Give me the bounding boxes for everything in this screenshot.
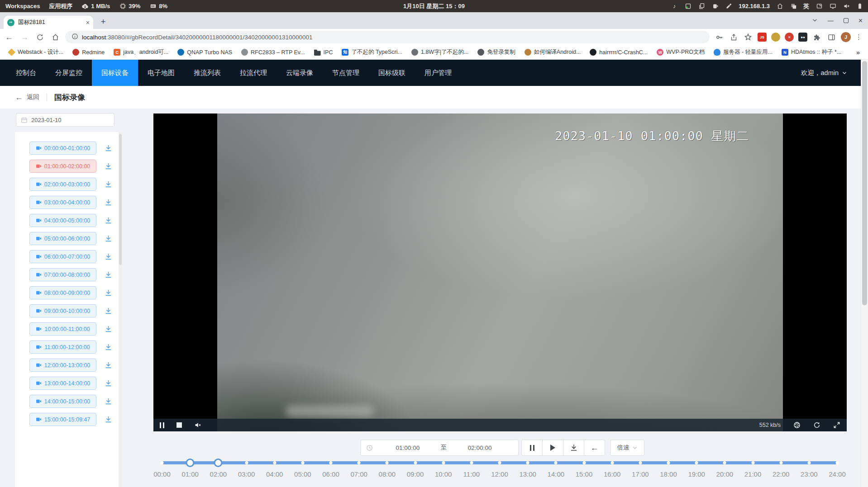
bookmark-item[interactable]: Redmine (69, 47, 108, 57)
workspaces-button[interactable]: Workspaces (5, 3, 40, 9)
record-download-button[interactable] (105, 253, 112, 260)
bookmark-item[interactable]: Webstack - 设计... (5, 47, 67, 57)
player-mute-icon[interactable] (194, 421, 201, 429)
record-download-button[interactable] (105, 271, 112, 279)
record-segment-button[interactable]: 08:00:00-09:00:00 (29, 286, 96, 299)
record-segment-button[interactable]: 09:00:00-10:00:00 (29, 304, 96, 317)
battery-icon[interactable] (856, 3, 863, 10)
record-segment-button[interactable]: 14:00:00-15:00:00 (29, 395, 96, 408)
record-download-button[interactable] (105, 289, 112, 297)
nav-tab-拉流代理[interactable]: 拉流代理 (230, 60, 277, 86)
refresh-icon[interactable] (813, 421, 820, 429)
bookmark-item[interactable]: 免登录复制 (474, 47, 519, 57)
forward-icon[interactable]: → (18, 31, 31, 43)
seek-back-button[interactable]: ← (584, 440, 605, 456)
record-download-button[interactable] (105, 217, 112, 224)
tab-search-icon[interactable] (812, 17, 818, 24)
record-segment-button[interactable]: 10:00:00-11:00:00 (29, 322, 96, 336)
nav-tab-节点管理[interactable]: 节点管理 (323, 60, 369, 86)
record-download-button[interactable] (105, 180, 112, 188)
record-download-button[interactable] (105, 343, 112, 351)
bookmark-item[interactable]: WWVP-PRO文档 (653, 47, 708, 57)
bookmark-item[interactable]: IPC (310, 47, 337, 57)
music-note-icon[interactable]: ♪ (671, 3, 678, 10)
record-segment-button[interactable]: 07:00:00-08:00:00 (29, 268, 96, 281)
browser-menu-icon[interactable]: ⋮ (855, 33, 862, 41)
record-segment-button[interactable]: 13:00:00-14:00:00 (29, 377, 96, 390)
home-icon[interactable] (49, 31, 62, 43)
record-download-button[interactable] (105, 361, 112, 369)
download-button[interactable] (563, 440, 584, 456)
user-menu[interactable]: 欢迎，admin (801, 60, 847, 86)
window-maximize-button[interactable] (844, 18, 849, 23)
extension-js-icon[interactable]: JS (758, 33, 767, 42)
nav-tab-推流列表[interactable]: 推流列表 (184, 60, 230, 86)
coffee-cup-icon[interactable] (711, 3, 719, 10)
address-bar[interactable]: localhost:38080/#/gbRecordDetail/3402000… (65, 31, 710, 43)
display-icon[interactable] (829, 3, 836, 10)
bookmark-item[interactable]: NHDAtmos :: 种子 *... (778, 47, 845, 57)
color-picker-icon[interactable] (725, 3, 732, 10)
new-tab-button[interactable]: + (97, 15, 110, 28)
bookmark-item[interactable]: 1.8W字|了不起的... (408, 47, 472, 57)
record-download-button[interactable] (105, 235, 112, 242)
record-download-button[interactable] (105, 162, 112, 170)
nav-tab-电子地图[interactable]: 电子地图 (138, 60, 184, 86)
window-status-icon[interactable] (684, 3, 692, 10)
record-segment-button[interactable]: 03:00:00-04:00:00 (29, 196, 96, 209)
reload-icon[interactable] (33, 31, 46, 43)
applications-button[interactable]: 应用程序 (49, 2, 72, 10)
video-player[interactable]: 2023-01-10 01:00:00 星期二 552 kb/s (153, 113, 847, 431)
extension-adblock-icon[interactable]: ✕ (785, 33, 794, 42)
side-panel-icon[interactable] (826, 32, 836, 42)
bookmark-item[interactable]: hairrrrr/C-CrashC... (586, 47, 651, 57)
record-segment-button[interactable]: 02:00:00-03:00:00 (29, 178, 96, 191)
profile-avatar[interactable]: J (841, 32, 851, 42)
record-download-button[interactable] (105, 199, 112, 206)
bookmark-item[interactable]: QNAP Turbo NAS (174, 47, 236, 57)
snapshot-aperture-icon[interactable] (793, 421, 801, 429)
extensions-puzzle-icon[interactable] (812, 32, 822, 42)
nav-tab-国标级联[interactable]: 国标级联 (369, 60, 415, 86)
extension-tampermonkey-icon[interactable]: ●● (798, 33, 807, 42)
record-list-scrollbar[interactable] (119, 132, 122, 487)
window-minimize-button[interactable]: — (828, 17, 834, 24)
share-icon[interactable] (729, 32, 739, 42)
window-close-button[interactable]: × (858, 17, 863, 25)
record-segment-button[interactable]: 12:00:00-13:00:00 (29, 359, 96, 372)
system-clock[interactable]: 1月10日 星期二 15：09 (403, 2, 465, 10)
nav-tab-云端录像[interactable]: 云端录像 (277, 60, 323, 86)
player-pause-icon[interactable] (160, 421, 164, 429)
bookmark-star-icon[interactable] (743, 32, 753, 42)
nav-tab-控制台[interactable]: 控制台 (6, 60, 46, 86)
volume-muted-icon[interactable] (843, 3, 850, 10)
bookmark-item[interactable]: Cjava、android可... (110, 47, 172, 57)
record-download-button[interactable] (105, 379, 112, 387)
bookmark-item[interactable]: RFC2833 – RTP Ev... (238, 47, 309, 57)
extension-gold-icon[interactable] (771, 33, 780, 42)
record-segment-button[interactable]: 05:00:00-06:00:00 (29, 232, 96, 245)
bookmark-item[interactable]: 如何编译Android... (521, 47, 585, 57)
record-download-button[interactable] (105, 144, 112, 152)
ip-address[interactable]: 192.168.1.3 (739, 3, 770, 9)
timeline-handle-01:00[interactable] (186, 459, 195, 467)
scrollbar-thumb[interactable] (119, 134, 122, 265)
play-button[interactable] (542, 440, 563, 456)
start-time-input[interactable]: 01:00:00 (375, 444, 441, 451)
input-method-indicator[interactable]: 英 (803, 2, 809, 10)
record-download-button[interactable] (105, 325, 112, 333)
record-segment-button[interactable]: 06:00:00-07:00:00 (29, 250, 96, 263)
clipboard-icon[interactable] (698, 3, 705, 10)
tab-close-icon[interactable]: × (86, 19, 90, 26)
time-range-picker[interactable]: 01:00:00 至 02:00:00 (360, 440, 519, 456)
screen-layout-icon[interactable] (816, 3, 823, 10)
workspaces-overview-icon[interactable] (790, 3, 797, 10)
bookmarks-overflow-icon[interactable]: » (856, 48, 860, 56)
player-stop-icon[interactable] (176, 421, 182, 429)
nav-tab-国标设备[interactable]: 国标设备 (92, 60, 138, 86)
record-download-button[interactable] (105, 416, 112, 423)
back-icon[interactable]: ← (3, 31, 15, 43)
timeline-slider[interactable]: 00:0001:0002:0003:0004:0005:0006:0007:00… (162, 459, 837, 482)
network-home-icon[interactable] (776, 3, 783, 10)
nav-tab-用户管理[interactable]: 用户管理 (415, 60, 461, 86)
